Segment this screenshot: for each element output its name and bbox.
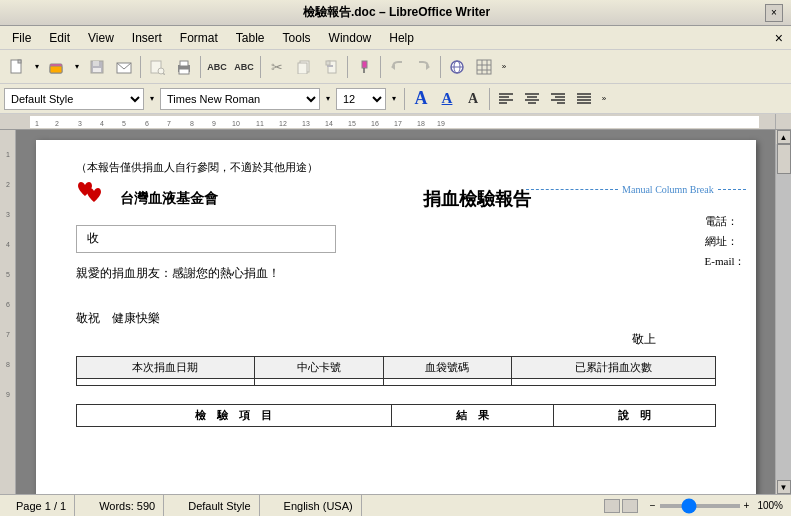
svg-rect-15: [298, 63, 307, 74]
svg-text:15: 15: [348, 120, 356, 127]
new-dropdown[interactable]: ▾: [31, 56, 43, 78]
menu-format[interactable]: Format: [172, 29, 226, 47]
doc-area[interactable]: Manual Column Break （本報告僅供捐血人自行參閱，不適於其他用…: [16, 130, 775, 494]
menu-close-button[interactable]: ×: [771, 30, 787, 46]
menu-view[interactable]: View: [80, 29, 122, 47]
svg-text:18: 18: [417, 120, 425, 127]
autocorrect-button[interactable]: ABC: [231, 54, 257, 80]
org-name: 台灣血液基金會: [120, 190, 218, 208]
svg-text:5: 5: [122, 120, 126, 127]
toolbar-more-button[interactable]: »: [498, 56, 510, 78]
scroll-track[interactable]: [776, 144, 791, 480]
hyperlink-button[interactable]: [444, 54, 470, 80]
svg-text:7: 7: [6, 331, 10, 338]
undo-button[interactable]: [384, 54, 410, 80]
menu-bar: File Edit View Insert Format Table Tools…: [0, 26, 791, 50]
examination-table: 檢 驗 項 目 結 果 說 明: [76, 404, 716, 427]
svg-text:6: 6: [6, 301, 10, 308]
view-web-button[interactable]: [622, 499, 638, 513]
svg-text:4: 4: [6, 241, 10, 248]
paste-button[interactable]: [318, 54, 344, 80]
svg-text:13: 13: [302, 120, 310, 127]
page: Manual Column Break （本報告僅供捐血人自行參閱，不適於其他用…: [36, 140, 756, 494]
menu-edit[interactable]: Edit: [41, 29, 78, 47]
underline-font-button[interactable]: A: [435, 88, 459, 110]
format-paint-button[interactable]: [351, 54, 377, 80]
language-info: English (USA): [276, 495, 362, 516]
style-select[interactable]: Default Style: [4, 88, 144, 110]
svg-text:7: 7: [167, 120, 171, 127]
style-dropdown-arrow[interactable]: ▾: [146, 88, 158, 110]
vertical-scrollbar[interactable]: ▲ ▼: [775, 130, 791, 494]
font-select[interactable]: Times New Roman: [160, 88, 320, 110]
open-dropdown[interactable]: ▾: [71, 56, 83, 78]
spellcheck-button[interactable]: ABC: [204, 54, 230, 80]
table1-data3: [383, 379, 512, 386]
email-button[interactable]: [111, 54, 137, 80]
insert-table-button[interactable]: [471, 54, 497, 80]
font-color-button[interactable]: A: [461, 88, 485, 110]
align-left-button[interactable]: [494, 88, 518, 110]
title-bar-text: 檢驗報告.doc – LibreOffice Writer: [28, 4, 765, 21]
menu-insert[interactable]: Insert: [124, 29, 170, 47]
copy-button[interactable]: [291, 54, 317, 80]
zoom-out-button[interactable]: −: [650, 500, 656, 511]
scroll-up-button[interactable]: ▲: [777, 130, 791, 144]
svg-text:8: 8: [6, 361, 10, 368]
cut-button[interactable]: ✂: [264, 54, 290, 80]
table1-col1: 本次捐血日期: [76, 357, 254, 379]
view-normal-button[interactable]: [604, 499, 620, 513]
svg-text:3: 3: [78, 120, 82, 127]
menu-window[interactable]: Window: [321, 29, 380, 47]
title-bar: 檢驗報告.doc – LibreOffice Writer ×: [0, 0, 791, 26]
table2-col2: 結 果: [392, 405, 554, 427]
table1-data1: [76, 379, 254, 386]
ruler-white-area: 1 2 3 4 5 6 7 8 9 10 11 12 13 14 15 16 1…: [30, 116, 759, 128]
size-dropdown-arrow[interactable]: ▾: [388, 88, 400, 110]
separator-6: [440, 56, 441, 78]
svg-text:4: 4: [100, 120, 104, 127]
scroll-thumb[interactable]: [777, 144, 791, 174]
redo-button[interactable]: [411, 54, 437, 80]
main-toolbar: ▾ ▾ ABC ABC ✂: [0, 50, 791, 84]
scroll-down-button[interactable]: ▼: [777, 480, 791, 494]
title-bar-close-button[interactable]: ×: [765, 4, 783, 22]
new-button[interactable]: [4, 54, 30, 80]
fmt-separator-1: [404, 88, 405, 110]
fmt-separator-2: [489, 88, 490, 110]
svg-text:9: 9: [6, 391, 10, 398]
print-preview-button[interactable]: [144, 54, 170, 80]
svg-text:5: 5: [6, 271, 10, 278]
svg-text:9: 9: [212, 120, 216, 127]
zoom-in-button[interactable]: +: [744, 500, 750, 511]
bold-font-size-button[interactable]: A: [409, 88, 433, 110]
print-button[interactable]: [171, 54, 197, 80]
align-center-button[interactable]: [520, 88, 544, 110]
menu-help[interactable]: Help: [381, 29, 422, 47]
format-toolbar-more[interactable]: »: [598, 88, 610, 110]
menu-table[interactable]: Table: [228, 29, 273, 47]
svg-text:17: 17: [394, 120, 402, 127]
main-area: 1 2 3 4 5 6 7 8 9 Manual Column Break （本…: [0, 130, 791, 494]
svg-line-10: [163, 73, 165, 75]
left-ruler: 1 2 3 4 5 6 7 8 9: [0, 130, 16, 494]
blessing-text: 敬祝 健康快樂: [76, 310, 716, 327]
menu-file[interactable]: File: [4, 29, 39, 47]
svg-rect-5: [93, 61, 99, 66]
svg-text:1: 1: [35, 120, 39, 127]
status-bar: Page 1 / 1 Words: 590 Default Style Engl…: [0, 494, 791, 516]
zoom-slider[interactable]: [660, 504, 740, 508]
open-button[interactable]: [44, 54, 70, 80]
greeting-text: 親愛的捐血朋友：感謝您的熱心捐血！: [76, 265, 716, 282]
svg-text:2: 2: [55, 120, 59, 127]
size-select[interactable]: 12: [336, 88, 386, 110]
font-dropdown-arrow[interactable]: ▾: [322, 88, 334, 110]
separator-1: [140, 56, 141, 78]
menu-tools[interactable]: Tools: [275, 29, 319, 47]
save-button[interactable]: [84, 54, 110, 80]
align-justify-button[interactable]: [572, 88, 596, 110]
website-label: 網址：: [705, 232, 746, 252]
right-info: 電話： 網址： E-mail：: [705, 212, 746, 271]
ruler-right-end: [775, 114, 791, 129]
align-right-button[interactable]: [546, 88, 570, 110]
